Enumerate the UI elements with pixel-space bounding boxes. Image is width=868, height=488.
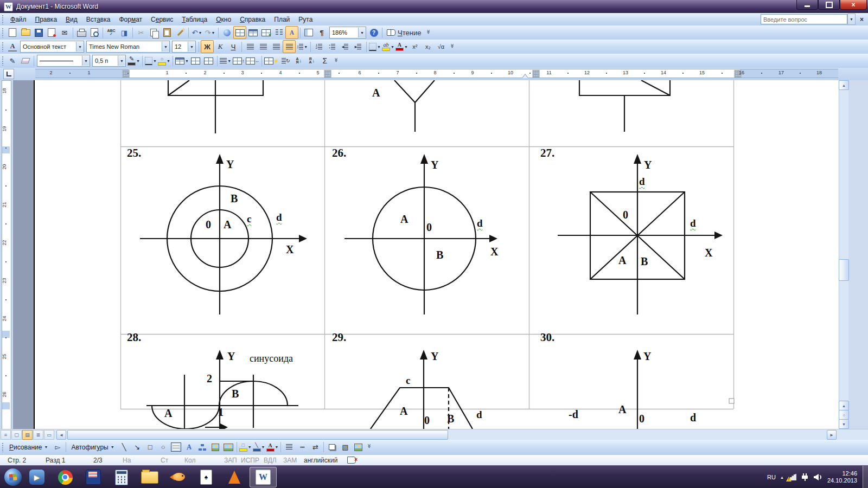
line-color-dropdown-icon[interactable]: ▼ <box>261 445 265 449</box>
browse-object-button[interactable]: ○ <box>839 410 849 420</box>
menu-item-10[interactable]: Рута <box>294 14 317 25</box>
taskbar-item-media-player[interactable]: ▶ <box>24 467 50 487</box>
diagram-button[interactable] <box>196 441 209 454</box>
ruler-column-marker[interactable] <box>123 70 130 78</box>
print-preview-button[interactable] <box>88 26 101 39</box>
line-weight-combo[interactable]: 0,5 п ▼ <box>92 55 126 67</box>
toolbar-options-icon[interactable]: ≫ <box>449 43 454 50</box>
menu-item-1[interactable]: Правка <box>31 14 62 25</box>
tray-language[interactable]: RU <box>767 474 776 480</box>
maximize-button[interactable] <box>818 0 840 10</box>
clip-art-button[interactable] <box>209 441 222 454</box>
show-formatting-button[interactable]: ¶ <box>315 26 328 39</box>
cell-alignment-dropdown-icon[interactable]: ▼ <box>227 59 231 63</box>
menu-item-2[interactable]: Вид <box>61 14 82 25</box>
drawing-canvas-button[interactable] <box>352 441 365 454</box>
insert-picture-button[interactable] <box>222 441 235 454</box>
ruler-column-marker[interactable] <box>533 70 540 78</box>
split-cells-button[interactable] <box>202 54 215 67</box>
copy-button[interactable] <box>148 26 161 39</box>
insert-table-button[interactable] <box>246 26 259 39</box>
format-painter-button[interactable] <box>174 26 187 39</box>
open-button[interactable] <box>19 26 32 39</box>
sort-ascending-button[interactable]: АЯ↓ <box>292 54 305 67</box>
close-button[interactable]: × <box>840 0 867 10</box>
shading-color-button[interactable]: ○▼ <box>157 54 171 67</box>
taskbar-item-explorer[interactable] <box>137 467 163 487</box>
justify-button[interactable] <box>283 40 296 53</box>
shadow-style-button[interactable] <box>326 441 339 454</box>
new-document-button[interactable] <box>6 26 19 39</box>
vertical-ruler[interactable]: 181920212223242526 <box>0 80 13 429</box>
distribute-columns-button[interactable]: ↔ <box>245 54 260 67</box>
toolbar-options-icon[interactable]: ≫ <box>367 444 372 451</box>
network-icon[interactable]: ! <box>788 474 796 480</box>
permission-button[interactable] <box>45 26 58 39</box>
toolbar-grip[interactable] <box>2 42 4 52</box>
line-tool-button[interactable]: ╲ <box>118 441 131 454</box>
autoshapes-menu-button[interactable]: Автофигуры ▼ <box>68 441 117 453</box>
taskbar-item-calculator[interactable] <box>108 467 135 487</box>
previous-page-button[interactable]: ▲ <box>839 401 849 410</box>
view-outline-button[interactable]: ≣ <box>33 430 43 440</box>
help-button[interactable]: ? <box>367 26 380 39</box>
menu-item-9[interactable]: Плай <box>270 14 294 25</box>
toolbar-options-icon[interactable]: ≫ <box>426 29 431 36</box>
ruler-column-marker[interactable] <box>324 70 331 78</box>
view-reading-button[interactable]: ▭ <box>44 430 54 440</box>
zoom-dropdown-icon[interactable]: ▼ <box>358 28 366 37</box>
distribute-rows-button[interactable]: ↕ <box>232 54 245 67</box>
underline-button[interactable]: Ч <box>227 40 240 53</box>
bold-button[interactable]: Ж <box>201 40 214 53</box>
highlight-button[interactable]: ab▼ <box>381 40 395 53</box>
tray-hidden-icons-caret[interactable]: ▲ <box>780 476 784 479</box>
tray-clock[interactable]: 12:46 24.10.2013 <box>827 470 857 484</box>
undo-button[interactable]: ↶▼ <box>190 26 203 39</box>
view-normal-button[interactable]: ≡ <box>1 430 11 440</box>
menu-item-3[interactable]: Вставка <box>82 14 115 25</box>
align-right-button[interactable] <box>270 40 283 53</box>
draw-menu-button[interactable]: Рисование ▼ <box>6 441 51 453</box>
print-button[interactable] <box>75 26 88 39</box>
drawing-toolbar-button[interactable]: А <box>285 26 298 39</box>
scroll-right-button[interactable]: ► <box>827 430 837 440</box>
outside-border-button[interactable]: ▼ <box>144 54 157 67</box>
speaker-icon[interactable] <box>814 474 822 480</box>
horizontal-scroll-thumb[interactable] <box>67 430 448 440</box>
font-combo[interactable]: Times New Roman ▼ <box>86 41 170 53</box>
font-color-dropdown-icon[interactable]: ▼ <box>404 45 408 49</box>
subscript-button[interactable]: x₂ <box>422 40 435 53</box>
bullet-list-button[interactable]: •• <box>326 40 339 53</box>
italic-button[interactable]: К <box>214 40 227 53</box>
taskbar-item-word-active[interactable]: W <box>250 467 277 487</box>
paste-button[interactable] <box>161 26 174 39</box>
taskbar-item-floppy-app[interactable] <box>80 467 106 487</box>
menu-item-0[interactable]: Файл <box>6 14 31 25</box>
question-dropdown[interactable]: ▼ <box>847 14 856 25</box>
arrow-style-button[interactable]: ⇄ <box>309 441 322 454</box>
align-center-button[interactable] <box>257 40 270 53</box>
ask-question-input[interactable] <box>761 14 847 24</box>
insert-table-menu-button[interactable]: ▼ <box>175 54 189 67</box>
fill-color-button[interactable]: □▼ <box>239 441 252 454</box>
line-style-dropdown-icon[interactable]: ▼ <box>82 56 90 66</box>
outside-border-dropdown-icon[interactable]: ▼ <box>153 59 157 63</box>
font-dropdown-icon[interactable]: ▼ <box>162 42 169 52</box>
line-style-combo[interactable]: ▼ <box>37 55 90 67</box>
vertical-scrollbar-track[interactable] <box>839 80 848 429</box>
scroll-up-button[interactable]: ▲ <box>839 80 849 90</box>
line-spacing-dropdown-icon[interactable]: ▼ <box>304 45 308 49</box>
toolbar-grip[interactable] <box>2 28 4 37</box>
indent-marker-icon[interactable] <box>522 74 528 78</box>
menu-item-5[interactable]: Сервис <box>146 14 177 25</box>
close-question-icon[interactable]: × <box>860 16 864 23</box>
menu-item-4[interactable]: Формат <box>114 14 146 25</box>
email-button[interactable]: ✉ <box>58 26 71 39</box>
style-combo[interactable]: Основной текст ▼ <box>20 41 84 53</box>
insert-excel-button[interactable]: X <box>259 26 272 39</box>
view-web-button[interactable]: ▢ <box>11 430 22 440</box>
power-plug-icon[interactable] <box>801 473 809 481</box>
font-size-dropdown-icon[interactable]: ▼ <box>188 42 195 52</box>
sort-descending-button[interactable]: ЯА↓ <box>305 54 318 67</box>
research-button[interactable]: ◨ <box>118 26 131 39</box>
